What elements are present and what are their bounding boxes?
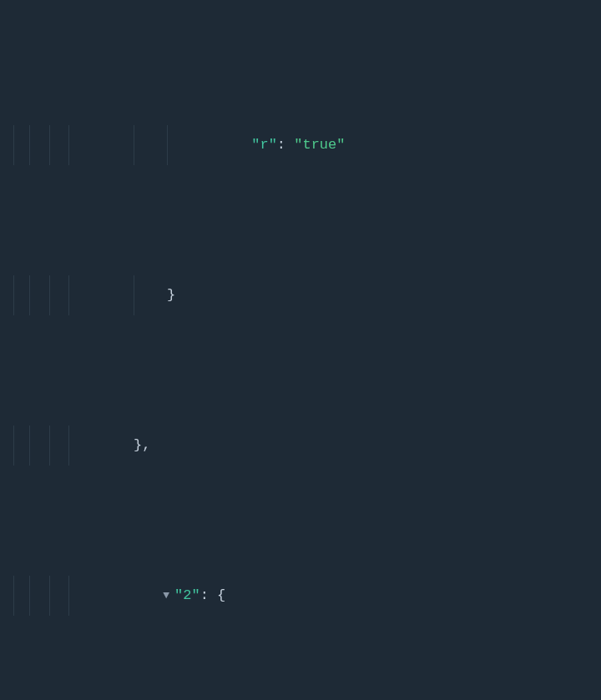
json-line: }, [0,431,601,461]
json-value: true [302,137,336,153]
json-line: ▼"2": { [0,581,601,611]
json-line: "r": "true" [0,130,601,160]
json-line: } [0,280,601,310]
json-viewer: "r": "true" } }, ▼"2": { [0,0,601,700]
brace-close: } [167,287,175,303]
json-key: r [260,137,268,153]
brace-close: }, [134,437,150,453]
json-key: 2 [183,587,191,603]
collapse-triangle-icon[interactable]: ▼ [163,581,169,611]
